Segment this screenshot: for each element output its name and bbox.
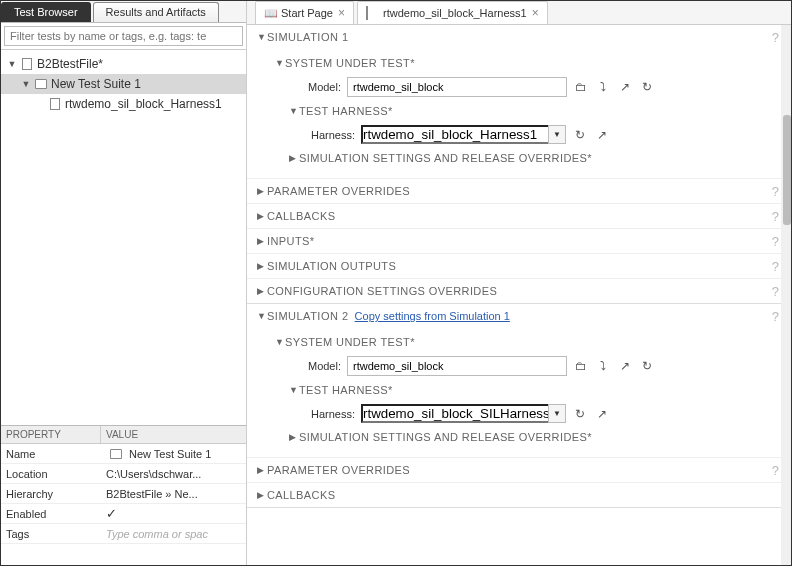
row-callbacks-2[interactable]: ▶ CALLBACKS [247, 482, 791, 507]
row-inputs[interactable]: ▶ INPUTS* ? [247, 228, 791, 253]
row-label: INPUTS* [267, 235, 314, 247]
subsection-harness[interactable]: ▼ TEST HARNESS* [275, 101, 781, 121]
row-label: CONFIGURATION SETTINGS OVERRIDES [267, 285, 497, 297]
section-header-sim1[interactable]: ▼ SIMULATION 1 ? [247, 25, 791, 49]
copy-settings-link[interactable]: Copy settings from Simulation 1 [355, 310, 510, 322]
document-tabs: 📖 Start Page × rtwdemo_sil_block_Harness… [247, 1, 791, 25]
subsection-sut-2[interactable]: ▼ SYSTEM UNDER TEST* [275, 332, 781, 352]
file-icon [48, 97, 62, 111]
row-harness: Harness: ▼ ↻ ↗ [275, 121, 781, 148]
section-title: SIMULATION 1 [267, 31, 349, 43]
caret-down-icon: ▼ [289, 106, 299, 116]
caret-right-icon: ▶ [257, 236, 267, 246]
browse-icon[interactable]: 🗀 [573, 358, 589, 374]
close-icon[interactable]: × [338, 6, 345, 20]
prop-key: Location [1, 468, 101, 480]
row-label: CALLBACKS [267, 210, 335, 222]
prop-value[interactable]: C:\Users\dschwar... [101, 468, 246, 480]
properties-panel: PROPERTY VALUE Name New Test Suite 1 Loc… [1, 425, 246, 565]
subsection-harness-2[interactable]: ▼ TEST HARNESS* [275, 380, 781, 400]
chevron-down-icon[interactable]: ▼ [548, 125, 566, 144]
open-icon[interactable]: ↗ [594, 406, 610, 422]
prop-value[interactable]: New Test Suite 1 [101, 447, 246, 461]
subsection-simset[interactable]: ▶ SIMULATION SETTINGS AND RELEASE OVERRI… [275, 148, 781, 168]
tree-testcase-label: rtwdemo_sil_block_Harness1 [65, 97, 222, 111]
row-param-overrides[interactable]: ▶ PARAMETER OVERRIDES ? [247, 178, 791, 203]
caret-down-icon: ▼ [275, 337, 285, 347]
prop-value[interactable]: B2BtestFile » Ne... [101, 488, 246, 500]
caret-right-icon: ▶ [257, 211, 267, 221]
prop-key: Tags [1, 528, 101, 540]
harness-select[interactable] [361, 125, 548, 144]
field-label: Model: [289, 360, 341, 372]
prop-row-hierarchy: Hierarchy B2BtestFile » Ne... [1, 484, 246, 504]
help-icon[interactable]: ? [772, 209, 779, 224]
help-icon[interactable]: ? [772, 30, 779, 45]
file-icon [20, 57, 34, 71]
tree-root-label: B2BtestFile* [37, 57, 103, 71]
open-icon[interactable]: ↗ [617, 79, 633, 95]
row-label: PARAMETER OVERRIDES [267, 185, 410, 197]
model-input[interactable] [347, 77, 567, 97]
chevron-down-icon[interactable]: ▼ [548, 404, 566, 423]
prop-value-tags[interactable]: Type comma or spac [101, 528, 246, 540]
section-header-sim2[interactable]: ▼ SIMULATION 2 Copy settings from Simula… [247, 304, 791, 328]
refresh-icon[interactable]: ↻ [639, 79, 655, 95]
add-icon[interactable]: ⤵ [595, 358, 611, 374]
open-icon[interactable]: ↗ [617, 358, 633, 374]
caret-down-icon[interactable]: ▼ [7, 59, 17, 69]
tab-test-browser[interactable]: Test Browser [1, 2, 91, 22]
tree-root[interactable]: ▼ B2BtestFile* [1, 54, 246, 74]
tab-start-page[interactable]: 📖 Start Page × [255, 1, 354, 24]
add-icon[interactable]: ⤵ [595, 79, 611, 95]
tree-testcase[interactable]: rtwdemo_sil_block_Harness1 [1, 94, 246, 114]
open-icon[interactable]: ↗ [594, 127, 610, 143]
row-label: CALLBACKS [267, 489, 335, 501]
subsection-title: TEST HARNESS* [299, 384, 393, 396]
tab-testcase[interactable]: rtwdemo_sil_block_Harness1 × [357, 1, 548, 24]
section-simulation-2: ▼ SIMULATION 2 Copy settings from Simula… [247, 304, 791, 508]
help-icon[interactable]: ? [772, 284, 779, 299]
caret-right-icon: ▶ [289, 153, 299, 163]
subsection-sut[interactable]: ▼ SYSTEM UNDER TEST* [275, 53, 781, 73]
subsection-title: SIMULATION SETTINGS AND RELEASE OVERRIDE… [299, 152, 592, 164]
filter-input[interactable] [4, 26, 243, 46]
subsection-simset-2[interactable]: ▶ SIMULATION SETTINGS AND RELEASE OVERRI… [275, 427, 781, 447]
help-icon[interactable]: ? [772, 234, 779, 249]
help-icon[interactable]: ? [772, 259, 779, 274]
row-config-overrides[interactable]: ▶ CONFIGURATION SETTINGS OVERRIDES ? [247, 278, 791, 303]
tree-suite[interactable]: ▼ New Test Suite 1 [1, 74, 246, 94]
scroll-thumb[interactable] [783, 115, 791, 225]
prop-key: Name [1, 448, 101, 460]
caret-down-icon[interactable]: ▼ [21, 79, 31, 89]
prop-row-tags: Tags Type comma or spac [1, 524, 246, 544]
prop-value-enabled[interactable]: ✓ [101, 506, 246, 521]
refresh-icon[interactable]: ↻ [639, 358, 655, 374]
help-icon[interactable]: ? [772, 309, 779, 324]
row-callbacks[interactable]: ▶ CALLBACKS ? [247, 203, 791, 228]
field-label: Model: [289, 81, 341, 93]
help-icon[interactable]: ? [772, 463, 779, 478]
model-input-2[interactable] [347, 356, 567, 376]
row-param-overrides-2[interactable]: ▶ PARAMETER OVERRIDES ? [247, 457, 791, 482]
book-icon: 📖 [264, 7, 276, 19]
tab-label: Start Page [281, 7, 333, 19]
harness-select-2[interactable] [361, 404, 548, 423]
row-label: PARAMETER OVERRIDES [267, 464, 410, 476]
prop-key: Hierarchy [1, 488, 101, 500]
browse-icon[interactable]: 🗀 [573, 79, 589, 95]
scrollbar[interactable] [781, 25, 791, 565]
subsection-title: SYSTEM UNDER TEST* [285, 336, 415, 348]
section-simulation-1: ▼ SIMULATION 1 ? ▼ SYSTEM UNDER TEST* Mo… [247, 25, 791, 304]
tree-suite-label: New Test Suite 1 [51, 77, 141, 91]
row-sim-outputs[interactable]: ▶ SIMULATION OUTPUTS ? [247, 253, 791, 278]
close-icon[interactable]: × [532, 6, 539, 20]
refresh-icon[interactable]: ↻ [572, 406, 588, 422]
prop-row-location: Location C:\Users\dschwar... [1, 464, 246, 484]
refresh-icon[interactable]: ↻ [572, 127, 588, 143]
left-tabs: Test Browser Results and Artifacts [1, 1, 246, 23]
tab-results[interactable]: Results and Artifacts [93, 2, 219, 22]
row-harness-2: Harness: ▼ ↻ ↗ [275, 400, 781, 427]
folder-icon [34, 77, 48, 91]
help-icon[interactable]: ? [772, 184, 779, 199]
